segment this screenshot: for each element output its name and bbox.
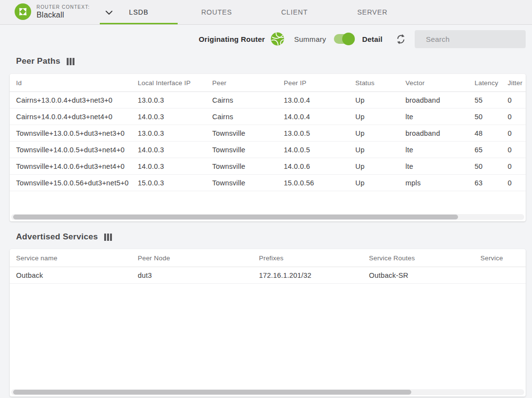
cell: Cairns: [206, 109, 277, 125]
cell: 13.0.0.3: [131, 92, 206, 109]
cell: 13.0.0.5: [277, 125, 349, 142]
advertised-services-card: Service namePeer NodePrefixesService Rou…: [10, 249, 526, 397]
cell: Townsville+14.0.0.5+dut3+net4+0: [10, 142, 131, 158]
peer-paths-hscrollbar[interactable]: [11, 214, 524, 220]
cell: 172.16.1.201/32: [253, 267, 363, 284]
column-header: Latency: [468, 74, 501, 92]
cell: broadband: [399, 125, 468, 142]
table-row[interactable]: Cairns+13.0.0.4+dut3+net3+013.0.0.3Cairn…: [10, 92, 526, 109]
peer-paths-hscrollbar-thumb[interactable]: [13, 215, 458, 219]
table-row[interactable]: Outbackdut3172.16.1.201/32Outback-SR: [10, 267, 526, 284]
cell: mpls: [399, 175, 468, 191]
cell: lte: [399, 142, 468, 158]
cell: Up: [349, 125, 399, 142]
summary-label: Summary: [294, 35, 326, 43]
summary-detail-toggle[interactable]: [334, 34, 353, 44]
cell: Up: [349, 92, 399, 109]
cell: 15.0.0.3: [131, 175, 206, 191]
advertised-services-title: Advertised Services: [16, 232, 112, 242]
advertised-services-title-text: Advertised Services: [16, 232, 98, 242]
column-header: Prefixes: [253, 249, 363, 267]
cell: 14.0.0.3: [131, 109, 206, 125]
cell: Townsville: [206, 125, 277, 142]
cell: 14.0.0.5: [277, 142, 349, 158]
router-context-label: ROUTER CONTEXT:: [37, 4, 90, 10]
cell: 14.0.0.6: [277, 158, 349, 175]
column-header: Status: [349, 74, 399, 92]
cell: Up: [349, 142, 399, 158]
cell: 0: [501, 125, 526, 142]
cell: 65: [468, 142, 501, 158]
peer-paths-title-text: Peer Paths: [16, 56, 60, 66]
tab-server[interactable]: SERVER: [333, 0, 411, 24]
cell: Outback: [10, 267, 131, 284]
table-header-row: Service namePeer NodePrefixesService Rou…: [10, 249, 526, 267]
toggle-knob[interactable]: [342, 33, 355, 45]
cell: 14.0.0.3: [131, 142, 206, 158]
refresh-button[interactable]: [394, 33, 407, 45]
cell: 14.0.0.3: [131, 158, 206, 175]
column-header: Peer: [206, 74, 277, 92]
cell: 0: [501, 142, 526, 158]
column-settings-icon[interactable]: [104, 234, 112, 241]
column-header: Peer IP: [277, 74, 349, 92]
originating-router-label: Originating Router: [199, 35, 265, 43]
cell: 48: [468, 125, 501, 142]
column-header: Service Routes: [363, 249, 474, 267]
cell: Townsville+14.0.0.6+dut3+net4+0: [10, 158, 131, 175]
detail-label: Detail: [362, 35, 383, 43]
cell: Outback-SR: [363, 267, 474, 284]
router-context-selector[interactable]: ROUTER CONTEXT: Blackall: [15, 3, 114, 20]
cell: Cairns+14.0.0.4+dut3+net4+0: [10, 109, 131, 125]
cell: lte: [399, 158, 468, 175]
table-row[interactable]: Townsville+13.0.0.5+dut3+net3+013.0.0.3T…: [10, 125, 526, 142]
cell: Cairns+13.0.0.4+dut3+net3+0: [10, 92, 131, 109]
cell: Townsville: [206, 142, 277, 158]
cell: Townsville+15.0.0.56+dut3+net5+0: [10, 175, 131, 191]
toolbar: Originating Router Summary Detail: [199, 30, 526, 48]
cell: 0: [501, 92, 526, 109]
table-row[interactable]: Townsville+14.0.0.6+dut3+net4+014.0.0.3T…: [10, 158, 526, 175]
cell: Townsville+13.0.0.5+dut3+net3+0: [10, 125, 131, 142]
cell: Up: [349, 158, 399, 175]
peer-paths-table: IdLocal Interface IPPeerPeer IPStatusVec…: [10, 74, 526, 213]
table-header-row: IdLocal Interface IPPeerPeer IPStatusVec…: [10, 74, 526, 92]
cell: Townsville: [206, 158, 277, 175]
column-header: Service name: [10, 249, 131, 267]
column-header: Jitter: [501, 74, 526, 92]
refresh-icon: [395, 34, 406, 45]
table-row[interactable]: Townsville+14.0.0.5+dut3+net4+014.0.0.3T…: [10, 142, 526, 158]
cell: 15.0.0.56: [277, 175, 349, 191]
top-bar: ROUTER CONTEXT: Blackall LSDB ROUTES CLI…: [0, 0, 532, 25]
cell: dut3: [131, 267, 253, 284]
search-box[interactable]: [415, 30, 526, 48]
column-header: Peer Node: [131, 249, 253, 267]
cell: 50: [468, 109, 501, 125]
cell: 14.0.0.4: [277, 109, 349, 125]
tab-client[interactable]: CLIENT: [256, 0, 333, 24]
advertised-services-table: Service namePeer NodePrefixesService Rou…: [10, 249, 526, 388]
cell: Up: [349, 109, 399, 125]
peer-paths-card: IdLocal Interface IPPeerPeer IPStatusVec…: [10, 74, 526, 221]
peer-paths-title: Peer Paths: [16, 56, 75, 66]
cell: 0: [501, 175, 526, 191]
router-context-name: Blackall: [37, 10, 90, 19]
cell: 13.0.0.3: [131, 125, 206, 142]
cell: 63: [468, 175, 501, 191]
advertised-services-hscrollbar[interactable]: [11, 389, 524, 395]
cell: Cairns: [206, 92, 277, 109]
tab-lsdb[interactable]: LSDB: [100, 0, 178, 24]
cell: 13.0.0.4: [277, 92, 349, 109]
cell: 0: [501, 109, 526, 125]
cell: [474, 267, 526, 284]
tab-routes[interactable]: ROUTES: [178, 0, 256, 24]
column-settings-icon[interactable]: [67, 58, 75, 65]
cell: 50: [468, 158, 501, 175]
column-header: Id: [10, 74, 131, 92]
table-row[interactable]: Cairns+14.0.0.4+dut3+net4+014.0.0.3Cairn…: [10, 109, 526, 125]
search-input[interactable]: [425, 35, 524, 44]
cell: lte: [399, 109, 468, 125]
advertised-services-hscrollbar-thumb[interactable]: [13, 390, 411, 395]
router-context-icon: [15, 3, 31, 20]
table-row[interactable]: Townsville+15.0.0.56+dut3+net5+015.0.0.3…: [10, 175, 526, 191]
